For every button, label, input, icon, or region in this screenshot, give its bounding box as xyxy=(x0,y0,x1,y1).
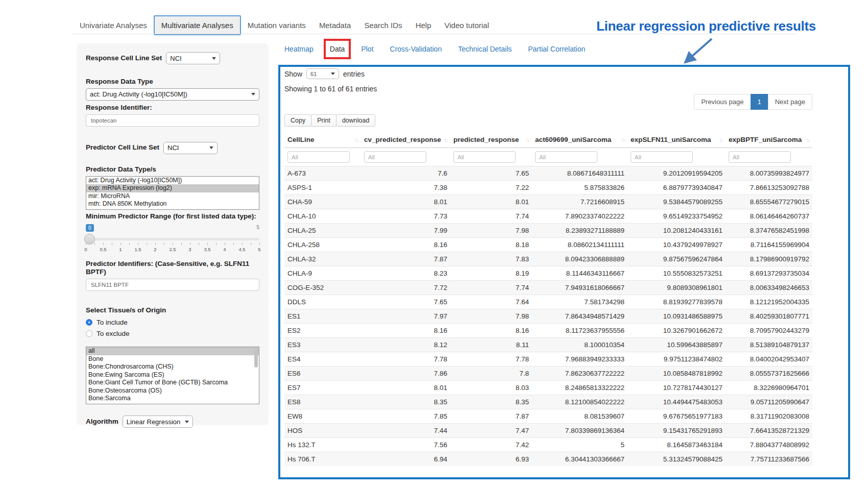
tab-technical-details[interactable]: Technical Details xyxy=(458,45,512,53)
cell-value: 8.00735993824977 xyxy=(726,166,812,181)
column-filter-input[interactable] xyxy=(535,151,597,163)
sort-icon[interactable]: ↑↓ xyxy=(621,137,624,143)
tab-partial-correlation[interactable]: Partial Correlation xyxy=(528,45,585,53)
list-option[interactable]: all xyxy=(86,347,259,355)
cell-value: 10.599643885897 xyxy=(628,338,726,352)
algorithm-select[interactable]: Linear Regression xyxy=(123,416,193,428)
cell-value: 7.94931618066667 xyxy=(532,281,628,295)
nav-item-multivariate-analyses[interactable]: Multivariate Analyses xyxy=(154,15,241,35)
list-option[interactable]: exp: mRNA Expression (log2) xyxy=(86,184,259,192)
cell-value: 7.98 xyxy=(450,224,532,238)
slider-tick xyxy=(120,242,121,245)
list-option[interactable]: Bone:Giant Cell Tumor of Bone (GCTB) Sar… xyxy=(86,379,259,387)
cell-value: 10.4379249978927 xyxy=(628,238,726,252)
radio-to-exclude[interactable]: To exclude xyxy=(86,330,259,337)
list-option[interactable]: Bone:Sarcoma xyxy=(86,395,259,403)
cell-value: 7.96883949233333 xyxy=(532,352,628,367)
list-option[interactable]: Peripheral_Nervous_System xyxy=(86,403,259,405)
list-option[interactable]: Bone:Chondrosarcoma (CHS) xyxy=(86,363,259,371)
entries-select[interactable]: 61 xyxy=(306,68,339,79)
results-table: CellLine↑↓cv_predicted_response↑↓predict… xyxy=(284,131,812,466)
cell-value: 5.31324579088425 xyxy=(628,452,726,467)
cell-line-name: HOS xyxy=(284,424,361,438)
predictor-data-types-label: Predictor Data Type/s xyxy=(86,165,259,174)
list-option[interactable]: Bone:Ewing Sarcoma (ES) xyxy=(86,371,259,379)
radio-label: To exclude xyxy=(97,330,130,337)
column-header-cellline[interactable]: CellLine↑↓ xyxy=(284,131,361,148)
predictor-cell-line-set-select[interactable]: NCI xyxy=(163,142,218,154)
table-row: A-6737.67.658.086716483111119.2012091959… xyxy=(284,166,812,181)
cell-line-name: Hs 706.T xyxy=(284,452,361,467)
column-filter-input[interactable] xyxy=(287,151,350,163)
button-print[interactable]: Print xyxy=(311,114,336,127)
page-number-button[interactable]: 1 xyxy=(751,94,768,110)
nav-item-search-ids[interactable]: Search IDs xyxy=(357,16,408,34)
response-identifier-input[interactable] xyxy=(86,114,259,127)
column-header-cv-predicted-response[interactable]: cv_predicted_response↑↓ xyxy=(361,131,450,148)
result-tabs: HeatmapDataPlotCross-ValidationTechnical… xyxy=(284,45,585,53)
tab-heatmap[interactable]: Heatmap xyxy=(284,45,314,53)
column-filter-input[interactable] xyxy=(729,151,791,163)
button-copy[interactable]: Copy xyxy=(284,114,311,127)
response-cell-line-set-select[interactable]: NCI xyxy=(166,52,220,64)
cell-value: 8.11723637955556 xyxy=(532,324,628,338)
column-header-expbptf-unisarcoma[interactable]: expBPTF_uniSarcoma↑↓ xyxy=(726,131,812,148)
column-header-expslfn11-unisarcoma[interactable]: expSLFN11_uniSarcoma↑↓ xyxy=(628,131,726,148)
cell-value: 7.22 xyxy=(450,181,532,195)
cell-line-name: Hs 132.T xyxy=(284,438,361,452)
cell-line-name: ES4 xyxy=(284,352,361,367)
cell-value: 7.86613253092788 xyxy=(726,181,812,195)
column-label: expSLFN11_uniSarcoma xyxy=(631,136,711,143)
nav-item-univariate-analyses[interactable]: Univariate Analyses xyxy=(73,16,154,34)
sort-icon[interactable]: ↑↓ xyxy=(444,137,447,143)
cell-value: 7.65 xyxy=(361,295,450,309)
select-value: NCI xyxy=(167,144,179,152)
column-filter-input[interactable] xyxy=(631,151,693,163)
column-header-act609699-unisarcoma[interactable]: act609699_uniSarcoma↑↓ xyxy=(532,131,628,148)
list-option[interactable]: Bone xyxy=(86,355,259,363)
table-row: EW87.857.878.0815396079.676756519771838.… xyxy=(284,409,812,424)
cell-value: 8.100010354 xyxy=(532,338,628,352)
list-option[interactable]: mir: MicroRNA xyxy=(86,192,259,201)
button-download[interactable]: download xyxy=(336,114,376,127)
cell-value: 7.73 xyxy=(361,209,450,224)
nav-item-help[interactable]: Help xyxy=(409,16,438,34)
list-option[interactable]: Bone:Osteosarcoma (OS) xyxy=(86,387,259,395)
column-filter-input[interactable] xyxy=(453,151,516,163)
table-row: CHA-598.018.017.72166089159.538445790892… xyxy=(284,195,812,209)
next-page-button[interactable]: Next page xyxy=(768,94,812,110)
cell-line-name: ES2 xyxy=(284,324,361,338)
response-data-type-select[interactable]: act: Drug Activity (-log10[IC50M]) xyxy=(86,88,259,101)
cell-value: 7.64 xyxy=(450,295,532,309)
nav-item-metadata[interactable]: Metadata xyxy=(312,16,358,34)
radio-button-icon xyxy=(86,330,92,337)
radio-to-include[interactable]: To include xyxy=(86,319,259,326)
list-option[interactable]: mth: DNA 850K Methylation xyxy=(86,200,259,208)
slider-tick-label: 0 xyxy=(84,247,87,252)
cell-value: 8.37476582451998 xyxy=(726,224,812,238)
cell-value: 5.875833826 xyxy=(532,181,628,195)
column-header-predicted-response[interactable]: predicted_response↑↓ xyxy=(450,131,532,148)
tab-cross-validation[interactable]: Cross-Validation xyxy=(390,45,442,53)
sort-icon[interactable]: ↑↓ xyxy=(806,137,809,143)
tab-plot[interactable]: Plot xyxy=(361,45,373,53)
previous-page-button[interactable]: Previous page xyxy=(694,94,751,110)
filter-cell xyxy=(450,148,532,166)
cell-value: 8.04002042953407 xyxy=(726,352,812,367)
nav-item-mutation-variants[interactable]: Mutation variants xyxy=(241,16,312,34)
slider-max-label: 5 xyxy=(256,225,259,230)
cell-value: 10.7278174430127 xyxy=(628,381,726,395)
cell-value: 8.11446343116667 xyxy=(532,266,628,281)
scrollbar-thumb[interactable] xyxy=(254,348,258,368)
nav-item-video-tutorial[interactable]: Video tutorial xyxy=(438,16,495,34)
list-option[interactable]: act: Drug Activity (-log10[IC50M]) xyxy=(86,177,259,185)
column-filter-input[interactable] xyxy=(364,151,426,163)
cell-value: 8.18 xyxy=(450,238,532,252)
sort-icon[interactable]: ↑↓ xyxy=(719,137,722,143)
sort-icon[interactable]: ↑↓ xyxy=(525,137,529,143)
tab-data[interactable]: Data xyxy=(330,45,345,53)
predictor-identifiers-input[interactable] xyxy=(86,279,259,291)
cell-value: 8.11 xyxy=(450,338,532,352)
sort-icon[interactable]: ↑↓ xyxy=(354,137,358,143)
cell-value: 7.86434948571429 xyxy=(532,309,628,324)
